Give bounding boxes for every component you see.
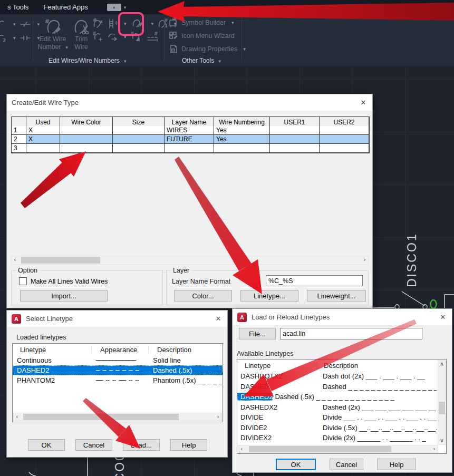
- scroll-right-icon[interactable]: ›: [217, 413, 219, 421]
- ladder-insert-icon[interactable]: +: [107, 17, 118, 30]
- scroll-left-icon[interactable]: ‹: [240, 445, 243, 453]
- wire-type-cell[interactable]: [165, 144, 214, 153]
- scroll-down-icon[interactable]: ∨: [440, 437, 444, 444]
- wire-type-cell[interactable]: Yes: [214, 135, 270, 144]
- move-wire-number-icon[interactable]: #+: [92, 31, 103, 43]
- horizontal-scrollbar[interactable]: ‹ ›: [238, 445, 438, 453]
- wire-type-cell[interactable]: [60, 144, 113, 153]
- chevron-down-icon[interactable]: ▾: [124, 21, 127, 26]
- panel-label-other-tools[interactable]: Other Tools ▾: [182, 57, 221, 64]
- flip-wire-number-icon[interactable]: #: [130, 31, 142, 43]
- load-dialog-titlebar[interactable]: A Load or Reload Linetypes ✕: [233, 309, 452, 325]
- ribbon-collapse-caret-icon[interactable]: ▾: [124, 5, 127, 10]
- trim-wire-icon[interactable]: [71, 16, 92, 37]
- edit-wire-number-button[interactable]: Edit Wire Number ▾: [36, 35, 70, 52]
- chevron-down-icon[interactable]: ▾: [37, 22, 40, 27]
- swap-wire-icon[interactable]: [107, 31, 118, 43]
- wire-type-cell[interactable]: 3: [12, 144, 26, 153]
- linetype-row-continuous[interactable]: Continuous────────────Solid line: [13, 355, 223, 365]
- scrollbar-thumb[interactable]: [439, 402, 445, 414]
- wire-tool-icon[interactable]: [0, 18, 7, 30]
- available-linetype-row-dashed[interactable]: DASHEDDashed _ _ _ _ _ _ _ _ _ _ _ _ _ _…: [237, 382, 437, 392]
- panel-label-edit-wires[interactable]: Edit Wires/Wire Numbers ▾: [49, 57, 127, 64]
- lineweight-button[interactable]: Lineweight...: [307, 290, 366, 302]
- wire-type-cell[interactable]: 2: [12, 135, 26, 144]
- chevron-down-icon[interactable]: ▾: [151, 21, 154, 26]
- delete-wire-numbers-icon[interactable]: #x: [92, 17, 103, 30]
- chevron-down-icon[interactable]: ▾: [219, 59, 221, 64]
- wire-type-cell[interactable]: [113, 135, 165, 144]
- cancel-button[interactable]: Cancel: [75, 439, 112, 451]
- available-linetype-row-dividex2[interactable]: DIVIDEX2Divide (2x) ______ . . ______ . …: [237, 433, 437, 443]
- wire-type-cell[interactable]: X: [26, 135, 60, 144]
- scroll-left-icon[interactable]: ‹: [16, 413, 18, 421]
- wire-type-cell[interactable]: [270, 126, 320, 135]
- scrollbar-thumb[interactable]: [249, 446, 391, 452]
- close-icon[interactable]: ✕: [211, 313, 225, 324]
- cut-wire-icon[interactable]: [19, 18, 32, 30]
- tab-featured-apps[interactable]: Featured Apps: [36, 0, 95, 14]
- select-dialog-titlebar[interactable]: A Select Linetype ✕: [7, 310, 227, 327]
- available-linetype-row-divide[interactable]: DIVIDEDivide ___ . . ___ . . ___ . . ___…: [237, 412, 437, 423]
- wire-type-cell[interactable]: [113, 144, 165, 153]
- cancel-button[interactable]: Cancel: [330, 459, 363, 470]
- wire-type-cell[interactable]: 1: [12, 126, 26, 135]
- scrollbar-thumb[interactable]: [23, 414, 179, 420]
- vertical-scrollbar[interactable]: ∧ ∨: [438, 360, 446, 445]
- scroll-up-icon[interactable]: ∧: [440, 361, 444, 368]
- wire-number-icon[interactable]: #1: [157, 17, 168, 30]
- wire-type-cell[interactable]: [214, 144, 270, 153]
- load-button[interactable]: Load...: [123, 439, 160, 451]
- wire-type-cell[interactable]: [320, 135, 369, 144]
- close-icon[interactable]: ✕: [356, 97, 370, 108]
- import-button[interactable]: Import...: [20, 290, 108, 302]
- chevron-down-icon[interactable]: ▾: [231, 20, 234, 25]
- layer-name-format-input[interactable]: [266, 275, 363, 286]
- available-linetype-row-dashedx2[interactable]: DASHEDX2Dashed (2x) ___ ___ ___ ___ ___ …: [237, 402, 437, 413]
- chevron-down-icon[interactable]: ▾: [124, 59, 127, 64]
- linetype-row-dashed2[interactable]: DASHED2─ ─ ─ ─ ─ ─ ─Dashed (.5x) _ _ _ _…: [13, 365, 223, 375]
- ok-button[interactable]: OK: [276, 459, 316, 470]
- linetype-button[interactable]: Linetype...: [240, 290, 298, 302]
- chevron-down-icon[interactable]: ▾: [13, 35, 16, 41]
- wire-type-cell[interactable]: [270, 144, 320, 153]
- scroll-left-icon[interactable]: ‹: [14, 256, 16, 264]
- edit-wire-number-icon[interactable]: #: [42, 16, 64, 37]
- wire-type-cell[interactable]: [320, 126, 369, 135]
- wire-type-cell[interactable]: Yes: [214, 126, 270, 135]
- wire-sequence-icon[interactable]: #: [146, 31, 160, 43]
- gap-wire-icon[interactable]: [19, 32, 32, 44]
- close-icon[interactable]: ✕: [436, 312, 450, 322]
- file-button[interactable]: File...: [239, 328, 276, 339]
- tab-tools-partial[interactable]: s Tools: [0, 0, 36, 14]
- chevron-down-icon[interactable]: ▾: [124, 34, 127, 40]
- wire-type-cell[interactable]: X: [26, 126, 60, 135]
- chevron-down-icon[interactable]: ▾: [65, 45, 68, 50]
- chevron-down-icon[interactable]: ▾: [13, 22, 16, 27]
- ribbon-collapse-button[interactable]: ▲: [107, 4, 121, 11]
- edit-wire-icon[interactable]: [130, 17, 146, 31]
- color-button[interactable]: Color...: [174, 290, 232, 302]
- linetype-row-phantom2[interactable]: PHANTOM2── ╌ ╌ ── ╌ ╌Phantom (.5x) __ _ …: [13, 375, 223, 385]
- symbol-builder-item[interactable]: Symbol Builder ▾: [169, 18, 234, 27]
- make-all-lines-checkbox[interactable]: [19, 277, 27, 285]
- scroll-right-icon[interactable]: ›: [433, 445, 436, 453]
- wire-type-cell[interactable]: [270, 135, 320, 144]
- wire-tool-icon[interactable]: 2: [0, 32, 7, 44]
- scroll-right-icon[interactable]: ›: [364, 256, 366, 264]
- help-button[interactable]: Help: [170, 439, 207, 451]
- icon-menu-wizard-item[interactable]: Icon Menu Wizard: [169, 31, 235, 41]
- drawing-properties-item[interactable]: Drawing Properties ▾: [169, 44, 246, 54]
- available-linetype-row-dashed2[interactable]: DASHED2Dashed (.5x) _ _ _ _ _ _ _ _ _ _ …: [237, 392, 437, 402]
- help-button[interactable]: Help: [377, 459, 416, 470]
- wire-type-cell[interactable]: WIRES: [165, 126, 214, 135]
- wire-type-cell[interactable]: FUTURE: [165, 135, 214, 144]
- create-dialog-titlebar[interactable]: Create/Edit Wire Type ✕: [7, 94, 372, 111]
- wire-type-cell[interactable]: [60, 126, 113, 135]
- ok-button[interactable]: OK: [28, 439, 65, 451]
- trim-wire-button[interactable]: Trim Wire: [70, 35, 93, 51]
- linetype-file-input[interactable]: [280, 328, 422, 339]
- wire-type-cell[interactable]: [60, 135, 113, 144]
- wire-type-cell[interactable]: [320, 144, 369, 153]
- horizontal-scrollbar[interactable]: ‹ ›: [11, 256, 369, 265]
